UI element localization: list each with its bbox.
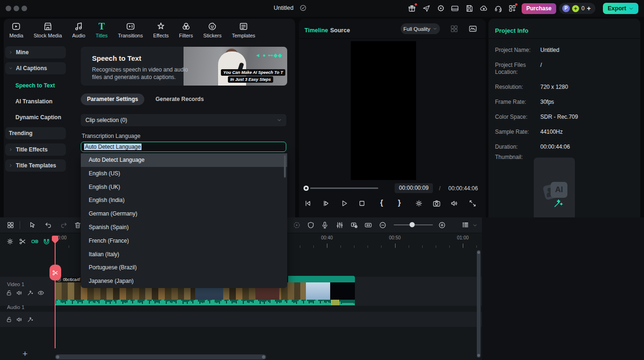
- caption-clip-bar[interactable]: [288, 276, 355, 282]
- minimize-window-button[interactable]: [14, 6, 19, 11]
- track-manager-icon[interactable]: [461, 221, 469, 229]
- preview-canvas[interactable]: [351, 41, 416, 180]
- language-option-auto-detect-language[interactable]: Auto Detect Language: [81, 153, 287, 167]
- scrubber-handle[interactable]: [304, 186, 309, 191]
- next-frame-button[interactable]: [322, 199, 330, 208]
- media-browser-icon[interactable]: [7, 221, 14, 229]
- playhead-cut-button[interactable]: [50, 265, 61, 281]
- tab-generate-records[interactable]: Generate Records: [156, 96, 204, 102]
- ribbon-tab-stickers[interactable]: Stickers: [203, 22, 221, 38]
- timeline-settings-icon[interactable]: [6, 238, 14, 245]
- mute-track-icon[interactable]: [16, 289, 23, 296]
- select-tool-icon[interactable]: [28, 221, 36, 229]
- horizontal-scrollbar[interactable]: [55, 354, 266, 360]
- language-option-english-india[interactable]: English (India): [81, 194, 287, 207]
- language-option-english-us[interactable]: English (US): [81, 167, 287, 180]
- tab-parameter-settings[interactable]: Parameter Settings: [81, 94, 144, 105]
- keyframe-preview-icon[interactable]: [350, 221, 358, 229]
- playback-settings-button[interactable]: [415, 199, 423, 208]
- play-button[interactable]: [340, 199, 348, 208]
- volume-button[interactable]: [450, 199, 459, 208]
- language-option-italian-italy[interactable]: Italian (Italy): [81, 248, 287, 261]
- zoom-window-button[interactable]: [21, 6, 27, 11]
- undo-icon[interactable]: [44, 221, 52, 229]
- cloud-upload-icon[interactable]: [480, 4, 488, 13]
- purchase-button[interactable]: Purchase: [522, 3, 556, 14]
- sidebar-item-title-effects[interactable]: Title Effects: [5, 144, 66, 156]
- badge-icon[interactable]: [437, 4, 445, 13]
- save-icon[interactable]: [465, 4, 474, 13]
- add-track-button[interactable]: +: [22, 349, 28, 358]
- stop-button[interactable]: [358, 199, 366, 208]
- scrubber-track[interactable]: [310, 187, 378, 189]
- fit-timeline-icon[interactable]: [364, 221, 372, 229]
- sidebar-item-ai-captions[interactable]: AI Captions: [5, 62, 66, 74]
- language-option-japanese-japan[interactable]: Japanese (Japan): [81, 274, 287, 288]
- waveform-bar: [209, 303, 210, 305]
- track-magic-icon[interactable]: [27, 289, 34, 296]
- account-pill[interactable]: P ✦ 0 +: [559, 3, 595, 14]
- ribbon-tab-templates[interactable]: Templates: [232, 22, 255, 38]
- ribbon-tab-stock-media[interactable]: Stock Media: [34, 22, 62, 38]
- promotion-icon[interactable]: [422, 4, 431, 13]
- ribbon-tab-filters[interactable]: Filters: [179, 22, 193, 38]
- ribbon-tab-audio[interactable]: Audio: [72, 22, 85, 38]
- sidebar-item-ai-translation[interactable]: AI Translation: [5, 95, 66, 108]
- lock-track-icon[interactable]: [6, 316, 13, 323]
- sidebar-item-trending[interactable]: Trending: [5, 127, 66, 139]
- track-magic-icon[interactable]: [27, 316, 34, 323]
- ribbon-tab-transitions[interactable]: Transitions: [118, 22, 143, 38]
- zoom-out-icon[interactable]: [379, 221, 387, 229]
- tab-source[interactable]: Source: [330, 27, 350, 34]
- split-clip-icon[interactable]: [19, 238, 27, 245]
- snapshot-button[interactable]: [432, 199, 441, 208]
- ribbon-tab-titles[interactable]: TTitles: [96, 22, 108, 38]
- hide-track-icon[interactable]: [37, 289, 44, 296]
- sidebar-item-dynamic-caption[interactable]: Dynamic Caption: [5, 111, 66, 123]
- audio-mixer-icon[interactable]: [336, 221, 344, 229]
- dropdown-scrollbar[interactable]: [284, 155, 286, 178]
- project-info-row: Duration:00:00:44:06: [495, 144, 635, 151]
- ribbon-tab-effects[interactable]: Effects: [153, 22, 169, 38]
- avatar[interactable]: P: [562, 5, 570, 12]
- snap-icon[interactable]: [42, 238, 50, 245]
- language-option-french-france[interactable]: French (France): [81, 234, 287, 248]
- mark-out-button[interactable]: }: [398, 199, 401, 207]
- chevron-down-icon[interactable]: [473, 223, 477, 228]
- language-option-portuguese-brazil[interactable]: Portuguese (Brazil): [81, 261, 287, 274]
- support-icon[interactable]: [494, 4, 502, 13]
- layout-grid-icon[interactable]: [450, 24, 459, 33]
- voiceover-icon[interactable]: [321, 221, 329, 229]
- fullscreen-button[interactable]: [468, 199, 477, 208]
- current-timecode[interactable]: 00:00:00:09: [395, 183, 433, 193]
- mark-in-button[interactable]: {: [380, 199, 383, 207]
- close-window-button[interactable]: [6, 6, 11, 11]
- add-credits-button[interactable]: +: [587, 5, 591, 12]
- waveform-bar: [104, 301, 105, 305]
- mask-icon[interactable]: [307, 221, 315, 229]
- sidebar-item-title-templates[interactable]: Title Templates: [5, 159, 66, 172]
- mute-track-icon[interactable]: [16, 316, 23, 323]
- language-option-spanish-spain[interactable]: Spanish (Spain): [81, 221, 287, 234]
- speed-ramp-icon[interactable]: [293, 221, 301, 229]
- playhead-line[interactable]: [55, 236, 56, 348]
- lock-track-icon[interactable]: [6, 289, 13, 296]
- language-option-german-germany[interactable]: German (Germany): [81, 207, 287, 221]
- layout-panel-icon[interactable]: [451, 4, 459, 13]
- clip-selection-dropdown[interactable]: Clip selection (0): [81, 114, 286, 126]
- zoom-in-icon[interactable]: [438, 221, 446, 229]
- quality-dropdown[interactable]: Full Quality: [401, 23, 440, 34]
- auto-ripple-icon[interactable]: [31, 238, 39, 245]
- redo-icon[interactable]: [60, 221, 68, 229]
- language-option-english-uk[interactable]: English (UK): [81, 180, 287, 194]
- language-input[interactable]: Auto Detect Language: [81, 142, 286, 152]
- sidebar-item-mine[interactable]: Mine: [5, 46, 66, 58]
- export-button[interactable]: Export: [603, 3, 638, 14]
- video-scope-icon[interactable]: [468, 24, 477, 33]
- sidebar-item-speech-to-text[interactable]: Speech to Text: [5, 79, 66, 92]
- ribbon-tab-media[interactable]: Media: [9, 22, 23, 38]
- previous-frame-button[interactable]: [304, 199, 312, 208]
- vertical-scrollbar[interactable]: [477, 250, 481, 358]
- tab-timeline[interactable]: Timeline: [304, 27, 328, 34]
- zoom-slider-handle[interactable]: [410, 222, 415, 227]
